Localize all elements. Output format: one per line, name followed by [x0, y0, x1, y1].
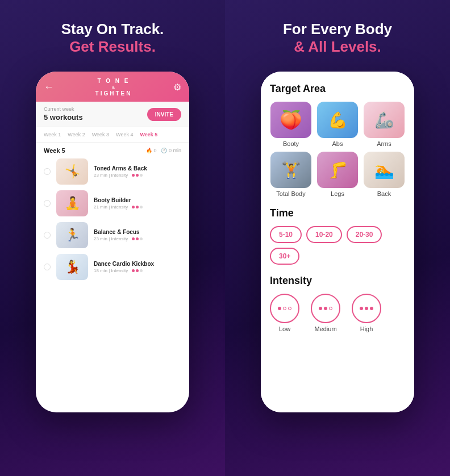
tab-week5[interactable]: Week 5 — [138, 131, 160, 139]
target-label-arms: Arms — [377, 140, 391, 147]
intensity-dots-medium — [319, 307, 332, 310]
target-label-legs: Legs — [331, 190, 344, 197]
idot — [278, 307, 281, 310]
tab-week1[interactable]: Week 1 — [41, 131, 63, 139]
target-thumb-abs: 💪 — [317, 102, 358, 138]
time-options: 5-10 10-20 20-30 30+ — [270, 226, 405, 265]
right-phone-mockup: Target Area 🍑 Booty 💪 Abs 🦾 — [261, 72, 414, 412]
intensity-circle-medium — [311, 294, 340, 323]
workout-title-4: Dance Cardio Kickbox — [94, 261, 181, 267]
intensity-label-medium: Medium — [314, 325, 336, 332]
workout-title-1: Toned Arms & Back — [94, 165, 181, 172]
time-btn-10-20[interactable]: 10-20 — [306, 226, 342, 243]
workout-figure-1: 🤸 — [56, 158, 88, 185]
workout-meta-1: 23 min | Intensity — [94, 173, 181, 178]
intensity-dots-2 — [132, 206, 143, 208]
workout-radio-4 — [44, 264, 51, 270]
target-label-back: Back — [377, 190, 391, 197]
target-legs[interactable]: 🦵 Legs — [316, 152, 359, 197]
right-headline-white: For Every Body — [283, 20, 392, 38]
time-btn-5-10[interactable]: 5-10 — [270, 226, 302, 243]
workout-thumb-1: 🤸 — [56, 158, 88, 185]
intensity-medium[interactable]: Medium — [311, 294, 340, 332]
left-headline: Stay On Track. Get Results. — [61, 20, 164, 56]
dot — [136, 206, 139, 208]
target-back[interactable]: 🏊 Back — [363, 152, 405, 197]
back-icon[interactable]: ← — [44, 81, 54, 93]
workout-item-4[interactable]: 💃 Dance Cardio Kickbox 18 min | Intensit… — [44, 254, 181, 280]
dot — [132, 237, 135, 240]
filter-icon[interactable]: ⚙ — [173, 82, 181, 93]
intensity-dots-4 — [132, 269, 143, 272]
tab-week4[interactable]: Week 4 — [114, 131, 135, 139]
tab-week2[interactable]: Week 2 — [65, 131, 87, 139]
workout-item-3[interactable]: 🏃 Balance & Focus 23 min | Intensity — [44, 222, 181, 248]
workout-info-4: Dance Cardio Kickbox 18 min | Intensity — [94, 261, 181, 273]
intensity-dots-1 — [132, 174, 143, 177]
dot — [132, 206, 135, 208]
workout-title-3: Balance & Focus — [94, 229, 181, 235]
target-label-abs: Abs — [332, 140, 343, 147]
dot — [136, 237, 139, 240]
workout-item-2[interactable]: 🧘 Booty Builder 21 min | Intensity — [44, 190, 181, 216]
intensity-circle-low — [270, 294, 299, 323]
workout-info-2: Booty Builder 21 min | Intensity — [94, 197, 181, 210]
target-label-booty: Booty — [283, 140, 299, 147]
target-label-totalbody: Total Body — [276, 190, 305, 197]
current-week-bar: Current week 5 workouts INVITE — [36, 102, 189, 127]
time-btn-20-30[interactable]: 20-30 — [347, 226, 382, 243]
right-headline-pink: & All Levels. — [283, 38, 392, 56]
workout-figure-4: 💃 — [56, 254, 88, 280]
left-phone-mockup: ← T O N E & TIGHTEN ⚙ Current week 5 wor… — [36, 72, 189, 412]
invite-button[interactable]: INVITE — [147, 108, 181, 121]
totalbody-figure: 🏋️ — [270, 152, 311, 188]
week-content: Week 5 🔥 0 🕐 0 min 🤸 Toned Arms & Back 2… — [36, 143, 189, 290]
idot — [324, 307, 327, 310]
dot-empty — [140, 206, 143, 208]
time-title: Time — [270, 207, 405, 219]
left-headline-pink: Get Results. — [61, 38, 164, 56]
app-logo: T O N E & TIGHTEN — [95, 77, 132, 97]
workout-item-1[interactable]: 🤸 Toned Arms & Back 23 min | Intensity — [44, 158, 181, 185]
dot — [136, 174, 139, 177]
workout-title-2: Booty Builder — [94, 197, 181, 203]
target-thumb-booty: 🍑 — [270, 102, 311, 138]
dot-empty — [140, 237, 143, 240]
target-arms[interactable]: 🦾 Arms — [363, 102, 405, 147]
dot — [136, 269, 139, 272]
workout-meta-4: 18 min | Intensity — [94, 268, 181, 273]
target-totalbody[interactable]: 🏋️ Total Body — [270, 152, 312, 197]
target-thumb-back: 🏊 — [364, 152, 405, 188]
workout-info-3: Balance & Focus 23 min | Intensity — [94, 229, 181, 241]
right-headline: For Every Body & All Levels. — [283, 20, 392, 56]
abs-figure: 💪 — [317, 102, 358, 138]
workout-radio-3 — [44, 232, 51, 239]
idot-empty — [283, 307, 286, 310]
back-figure: 🏊 — [364, 152, 405, 188]
left-headline-white: Stay On Track. — [61, 20, 164, 38]
dot — [132, 269, 135, 272]
target-abs[interactable]: 💪 Abs — [316, 102, 359, 147]
intensity-high[interactable]: High — [352, 294, 381, 332]
intensity-low[interactable]: Low — [270, 294, 299, 332]
target-thumb-legs: 🦵 — [317, 152, 358, 188]
idot-empty — [288, 307, 291, 310]
time-btn-30plus[interactable]: 30+ — [270, 248, 299, 265]
workout-thumb-3: 🏃 — [56, 222, 88, 248]
workout-radio-2 — [44, 200, 51, 207]
tab-week3[interactable]: Week 3 — [90, 131, 111, 139]
current-week-info: Current week 5 workouts — [44, 106, 83, 122]
workout-meta-3: 23 min | Intensity — [94, 236, 181, 241]
intensity-dots-3 — [132, 237, 143, 240]
idot — [360, 307, 363, 310]
intensity-label-high: High — [360, 325, 373, 332]
intensity-dots-high — [360, 307, 373, 310]
workout-radio-1 — [44, 168, 51, 175]
dot-empty — [140, 269, 143, 272]
intensity-label-low: Low — [279, 325, 290, 332]
target-booty[interactable]: 🍑 Booty — [270, 102, 312, 147]
idot — [319, 307, 322, 310]
right-panel: For Every Body & All Levels. Target Area… — [225, 0, 450, 476]
idot — [365, 307, 368, 310]
target-thumb-arms: 🦾 — [364, 102, 405, 138]
